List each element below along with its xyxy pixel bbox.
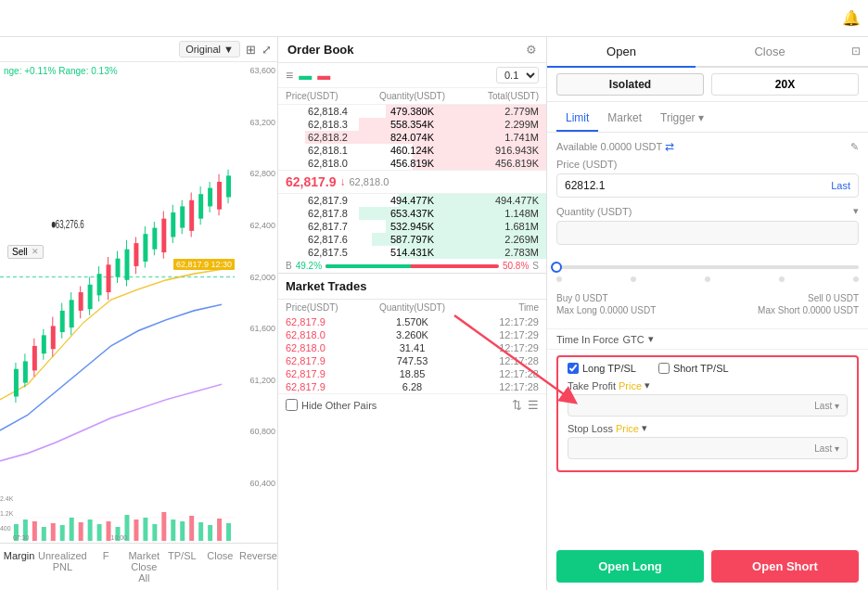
tab-f[interactable]: F <box>87 547 125 586</box>
open-long-button[interactable]: Open Long <box>556 550 704 583</box>
ob-controls: ≡ ▬ ▬ 0.1 0.5 1 <box>278 63 546 88</box>
s-label: S <box>532 261 539 271</box>
chart-bottom-tabs: Margin Unrealized PNL F Market Close All… <box>0 543 277 590</box>
stop-loss-input-row[interactable]: Last ▾ <box>568 437 848 459</box>
take-profit-price-link[interactable]: Price <box>619 380 642 391</box>
tab-margin[interactable]: Margin <box>0 547 38 586</box>
tab-close[interactable]: Close <box>201 547 239 586</box>
take-profit-label: Take Profit Price ▾ <box>568 379 848 391</box>
table-row[interactable]: 62,818.4 479.380K 2.779M <box>278 105 546 118</box>
filter-icon[interactable]: ⚙ <box>526 43 537 57</box>
open-short-button[interactable]: Open Short <box>711 550 859 583</box>
price-input[interactable] <box>565 179 831 192</box>
transfer-icon[interactable]: ⇄ <box>665 140 674 153</box>
isolated-button[interactable]: Isolated <box>556 73 704 96</box>
expand-icon[interactable]: ⤢ <box>262 43 272 57</box>
right-panel: Open Close ⊡ Isolated 20X Limit Market T… <box>547 37 868 590</box>
menu-icon[interactable]: ☰ <box>528 398 539 412</box>
current-price-tag: 62,817.9 12:30 <box>173 259 235 270</box>
y-label-1: 63,600 <box>233 66 275 75</box>
tab-unrealized[interactable]: Unrealized PNL <box>38 547 87 586</box>
mid-price-arrow: ↓ <box>340 175 346 188</box>
take-profit-input[interactable] <box>576 399 814 412</box>
order-form: Available 0.0000 USDT ⇄ ✎ Price (USDT) L… <box>547 133 868 328</box>
list-item: 62,817.9 747.53 12:17:28 <box>278 354 546 367</box>
time-force-label: Time In Force <box>556 334 619 345</box>
slider-track[interactable] <box>556 265 859 269</box>
tab-open[interactable]: Open <box>547 37 696 68</box>
take-profit-last[interactable]: Last ▾ <box>814 401 839 411</box>
orderbook-panel: Order Book ⚙ ≡ ▬ ▬ 0.1 0.5 1 Price(USDT)… <box>278 37 547 590</box>
hide-pairs-checkbox[interactable]: Hide Other Pairs <box>286 399 377 411</box>
ob-buysell-bar: B 49.2% 50.8% S <box>278 259 546 273</box>
tab-market[interactable]: Market <box>598 108 651 132</box>
trades-title: Market Trades <box>286 279 366 293</box>
tab-market-close-all[interactable]: Market Close All <box>125 547 163 586</box>
leverage-button[interactable]: 20X <box>711 73 859 96</box>
original-dropdown[interactable]: Original ▼ <box>179 41 240 58</box>
quantity-input[interactable] <box>565 226 850 239</box>
list-item: 62,817.9 6.28 12:17:28 <box>278 380 546 393</box>
ob-size-select[interactable]: 0.1 0.5 1 <box>496 67 539 83</box>
ob-icon-buy[interactable]: ▬ <box>299 68 312 83</box>
slider-thumb[interactable] <box>551 262 562 273</box>
list-item: 62,817.9 18.85 12:17:28 <box>278 367 546 380</box>
buy-label: Buy 0 USDT <box>556 293 707 303</box>
ob-bid-rows: 62,817.9 494.477K 494.477K 62,817.8 653.… <box>278 194 546 259</box>
available-row: Available 0.0000 USDT ⇄ ✎ <box>556 140 859 153</box>
table-row[interactable]: 62,817.7 532.945K 1.681M <box>278 220 546 233</box>
tab-icon[interactable]: ⊡ <box>844 37 868 66</box>
tab-tpsl[interactable]: TP/SL <box>163 547 201 586</box>
ob-col-total: Total(USDT) <box>454 91 539 101</box>
time-in-force-row[interactable]: Time In Force GTC ▾ <box>547 328 868 350</box>
market-trades-section: Market Trades Price(USDT) Quantity(USDT)… <box>278 273 546 416</box>
quantity-input-row[interactable] <box>556 221 859 245</box>
table-row[interactable]: 62,817.5 514.431K 2.783M <box>278 246 546 259</box>
long-tpsl-checkbox[interactable]: Long TP/SL <box>568 363 636 374</box>
list-item: 62,817.9 1.570K 12:17:29 <box>278 315 546 328</box>
svg-rect-75 <box>226 523 231 541</box>
mid-price-value: 62,817.9 <box>286 174 337 189</box>
table-row[interactable]: 62,818.2 824.074K 1.741M <box>278 131 546 144</box>
table-row[interactable]: 62,817.6 587.797K 2.269M <box>278 233 546 246</box>
table-row[interactable]: 62,818.0 456.819K 456.819K <box>278 157 546 170</box>
slider-tick <box>631 276 636 282</box>
orderbook-title: Order Book <box>287 43 354 57</box>
top-bar: 🔔 <box>0 0 868 37</box>
svg-rect-56 <box>51 523 56 541</box>
list-item: 62,818.0 31.41 12:17:29 <box>278 341 546 354</box>
tab-limit[interactable]: Limit <box>556 108 598 132</box>
svg-text:2.4K: 2.4K <box>0 495 14 502</box>
ob-icon-all[interactable]: ≡ <box>286 68 293 83</box>
table-row[interactable]: 62,817.8 653.437K 1.148M <box>278 207 546 220</box>
slider-tick <box>556 276 562 282</box>
bell-icon[interactable]: 🔔 <box>842 9 861 27</box>
table-row[interactable]: 62,818.1 460.124K 916.943K <box>278 144 546 157</box>
price-last[interactable]: Last <box>831 180 850 191</box>
close-icon[interactable]: ✕ <box>32 247 39 256</box>
stop-loss-input[interactable] <box>576 442 814 455</box>
sort-icon[interactable]: ⇅ <box>512 398 522 412</box>
svg-text:07:30: 07:30 <box>13 534 30 541</box>
short-tpsl-checkbox[interactable]: Short TP/SL <box>658 363 729 374</box>
sell-label: Sell 0 USDT <box>708 293 859 303</box>
isolated-bar: Isolated 20X <box>547 68 868 102</box>
y-label-6: 61,600 <box>233 324 275 333</box>
slider-tick <box>705 276 710 282</box>
quantity-dropdown[interactable]: ▾ <box>853 205 859 217</box>
stop-loss-last[interactable]: Last ▾ <box>814 443 839 454</box>
list-item: 62,818.0 3.260K 12:17:29 <box>278 328 546 341</box>
svg-rect-69 <box>171 519 175 541</box>
tab-close[interactable]: Close <box>696 37 844 68</box>
table-row[interactable]: 62,818.3 558.354K 2.299M <box>278 118 546 131</box>
stop-loss-price-link[interactable]: Price <box>616 423 639 434</box>
ob-icon-sell[interactable]: ▬ <box>317 68 330 83</box>
take-profit-input-row[interactable]: Last ▾ <box>568 394 848 417</box>
edit-icon[interactable]: ✎ <box>850 141 859 153</box>
tab-trigger[interactable]: Trigger ▾ <box>651 108 713 132</box>
tab-reverse[interactable]: Reverse <box>239 547 277 586</box>
grid-icon[interactable]: ⊞ <box>246 43 256 57</box>
price-input-row[interactable]: Last <box>556 173 859 198</box>
chart-area: 63,600 63,200 62,800 62,400 62,000 61,60… <box>0 62 277 543</box>
table-row[interactable]: 62,817.9 494.477K 494.477K <box>278 194 546 207</box>
